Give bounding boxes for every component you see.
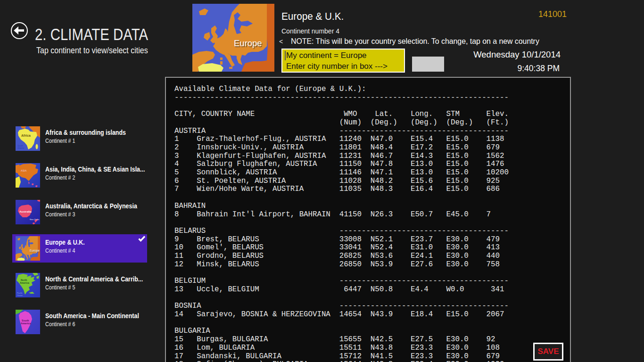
svg-text:America: America [21, 322, 32, 325]
svg-text:Africa: Africa [21, 134, 31, 137]
svg-text:Europe: Europe [234, 38, 262, 48]
svg-text:America: America [20, 281, 29, 284]
svg-text:Europe: Europe [30, 248, 40, 253]
svg-text:ASIA: ASIA [21, 169, 27, 172]
svg-text:Ocean: Ocean [17, 294, 23, 296]
svg-text:New Zeala: New Zeala [30, 218, 40, 221]
svg-text:Atlantic: Atlantic [17, 147, 25, 149]
svg-text:Australia: Australia [19, 210, 32, 213]
